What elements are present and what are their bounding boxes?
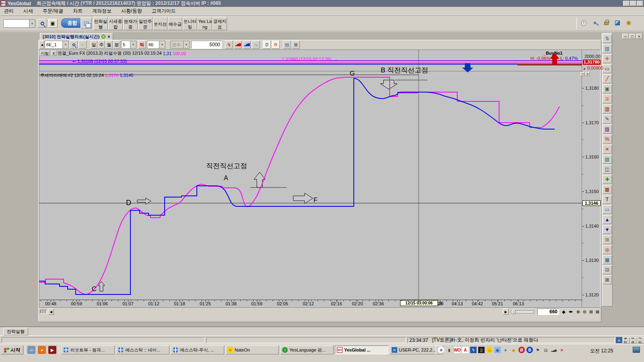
history-button[interactable] — [579, 18, 588, 28]
symbol-search-button[interactable] — [70, 41, 78, 49]
toolbar-window-button-1[interactable]: 시세종합 — [108, 17, 123, 30]
maximize-button[interactable]: □ — [630, 1, 636, 6]
zoom-out-icon[interactable]: ⊖ — [582, 309, 588, 315]
tray-sync-icon[interactable]: ◉ — [494, 347, 501, 353]
show-desktop-icon[interactable] — [633, 347, 640, 353]
tool-add-icon[interactable]: ✚ — [603, 175, 612, 184]
tray-update-icon[interactable]: ✚ — [438, 347, 444, 353]
menu-item-4[interactable]: 계좌정보 — [92, 8, 111, 14]
menu-item-5[interactable]: 시황/동향 — [121, 8, 142, 14]
tray-yesglobal-icon[interactable]: WO — [454, 347, 460, 353]
scroll-left-button[interactable]: ◂ — [39, 41, 44, 49]
screen-number-combo[interactable]: ▼ — [3, 19, 35, 28]
tray-messenger-icon[interactable]: ☺ — [486, 347, 493, 353]
tray-flag-icon[interactable]: ⚑ — [535, 347, 541, 353]
tray-shield-icon[interactable]: ◆ — [510, 347, 517, 353]
tray-v3-icon[interactable]: ϟ — [470, 347, 477, 353]
period-day-button[interactable]: 일 — [90, 41, 97, 49]
tick-combo[interactable]: 66 ▼ — [147, 41, 165, 49]
certificate-button[interactable] — [590, 18, 600, 28]
tray-signal-icon[interactable]: ▂▄▆ — [551, 347, 557, 353]
menu-item-0[interactable]: 관리 — [4, 8, 14, 14]
combo-arrow-icon[interactable]: ▼ — [29, 20, 35, 27]
sort-button[interactable]: ↑↓ — [252, 41, 260, 49]
tray-alyac-icon[interactable]: Ø — [518, 347, 525, 353]
menu-item-3[interactable]: 차트 — [73, 8, 83, 14]
tool-pencil-icon[interactable]: ✎ — [603, 115, 612, 123]
tray-battery-icon[interactable]: ▮ — [446, 347, 452, 353]
tool-target-icon[interactable]: ◎ — [603, 245, 612, 254]
toolbar-window-button-2[interactable]: 현재가종 — [123, 17, 138, 30]
period-week-button[interactable]: 주 — [98, 41, 105, 49]
toolbar-window-button-7[interactable]: Yes Lang — [198, 17, 212, 30]
tool-pattern-icon[interactable]: ▥ — [603, 105, 612, 113]
zoom-in-icon[interactable]: ⊕ — [575, 309, 581, 315]
tool-table-icon[interactable]: ⊞ — [603, 235, 612, 244]
child-minimize-button[interactable]: ─ — [622, 34, 629, 39]
tool-grid-icon[interactable]: ▤ — [603, 155, 612, 164]
menu-item-2[interactable]: 주문/체결 — [43, 8, 63, 14]
marker-diamond-icon[interactable]: ◆ — [561, 309, 567, 315]
tool-rect-icon[interactable]: ▭ — [603, 205, 612, 214]
pane-close-icon[interactable]: × — [585, 72, 590, 76]
new-doc-button[interactable]: D — [263, 41, 271, 49]
chart-window-tab[interactable]: [3010] 전략실행차트(실시간) × — [40, 33, 113, 40]
news-ticker[interactable]: 23:34:37 [TV토론]朴·文, 이정희 빈자리 '난타전'으로 채웠다 — [407, 337, 615, 343]
compress-icon[interactable]: ◀▶ — [567, 309, 574, 315]
task-button-0[interactable]: 리모트뷰 - 원격... — [61, 346, 115, 354]
tool-percent-icon[interactable]: % — [603, 135, 612, 144]
tool-box-icon[interactable]: ▣ — [603, 84, 612, 93]
task-button-5[interactable]: WOYesGlobal ... — [335, 346, 388, 354]
chart-doc-button[interactable]: ▤ — [283, 41, 291, 49]
search-button[interactable] — [37, 19, 47, 28]
bars-count-input[interactable] — [537, 309, 559, 315]
minute-combo-arrow-icon[interactable]: ▼ — [130, 41, 136, 48]
close-button[interactable]: × — [637, 1, 643, 6]
toolbar-window-button-0[interactable]: 전략실행 — [93, 17, 108, 30]
period-tick-button[interactable]: 틱 — [138, 41, 146, 49]
period-minute-button[interactable]: 분 — [113, 41, 120, 49]
period-month-button[interactable]: 월 — [105, 41, 113, 49]
quick-launch-browser-icon[interactable]: ● — [38, 346, 46, 354]
scrollbar-right-button[interactable]: ▶ — [503, 309, 509, 315]
start-button[interactable]: 시작 — [1, 346, 23, 354]
news-expand-button[interactable]: ▲ — [616, 337, 622, 343]
status-mini-button-0[interactable]: 설정 — [623, 337, 630, 343]
task-button-1[interactable]: 예스스탁 :: 네이... — [116, 346, 169, 354]
tick-combo-arrow-icon[interactable]: ▼ — [159, 41, 165, 48]
menu-item-6[interactable]: 고객가이드 — [152, 8, 176, 14]
pane-minimize-icon[interactable]: ─ — [580, 72, 585, 76]
zoom-slider-thumb[interactable] — [512, 309, 516, 314]
tool-text-icon[interactable]: T — [603, 195, 612, 204]
grid-toggle-icon[interactable]: ⊞ — [588, 309, 594, 315]
module-button[interactable] — [613, 18, 622, 28]
tray-bluetooth-icon[interactable]: B — [526, 347, 533, 353]
tool-cross-icon[interactable]: ✛ — [603, 54, 612, 63]
security-button[interactable] — [601, 17, 611, 27]
chart-plot[interactable]: CDA직전직선고점FGB 직전직선고점 — [39, 50, 582, 307]
status-mini-button-2[interactable]: 자동 — [638, 337, 644, 343]
tool-fill-icon[interactable]: ▩ — [603, 185, 612, 194]
test-badge[interactable]: 시험 — [39, 51, 50, 56]
favorite-button[interactable]: ☆ — [78, 41, 87, 49]
volume-blue-button[interactable]: ▂▅▇ — [243, 41, 251, 49]
tool-mesh-icon[interactable]: ▦ — [603, 255, 612, 264]
toolbar-window-button-5[interactable]: 예수금 — [168, 17, 182, 30]
tool-window-icon[interactable]: ◫ — [603, 165, 612, 174]
badge-close-icon[interactable]: x — [51, 51, 56, 56]
toolbar-window-button-6[interactable]: 모니터링 — [183, 17, 197, 30]
tool-lines-icon[interactable]: ≣ — [603, 95, 612, 103]
tool-chart-icon[interactable]: ▧ — [603, 44, 612, 53]
line-style-button[interactable]: ↯ — [225, 41, 233, 49]
scrollbar-grip[interactable] — [40, 310, 47, 314]
toolbar-window-button-8[interactable]: 경제지표 — [213, 17, 227, 30]
zoom-slider[interactable] — [511, 311, 534, 313]
toolbar-window-button-4[interactable]: 포지션 — [153, 17, 167, 30]
quick-launch-player-icon[interactable]: ▶ — [48, 346, 56, 354]
strategy-run-tab[interactable]: 전략실행 — [3, 328, 28, 335]
tool-close-icon[interactable]: ⊠ — [603, 276, 612, 284]
symbol-combo-arrow-icon[interactable]: ▼ — [62, 41, 68, 48]
tray-phone-icon[interactable]: ▯ — [478, 347, 485, 353]
task-button-2[interactable]: 예스스탁-주식, ... — [171, 346, 224, 354]
volume-red-button[interactable]: ▂▅▇ — [234, 41, 242, 49]
